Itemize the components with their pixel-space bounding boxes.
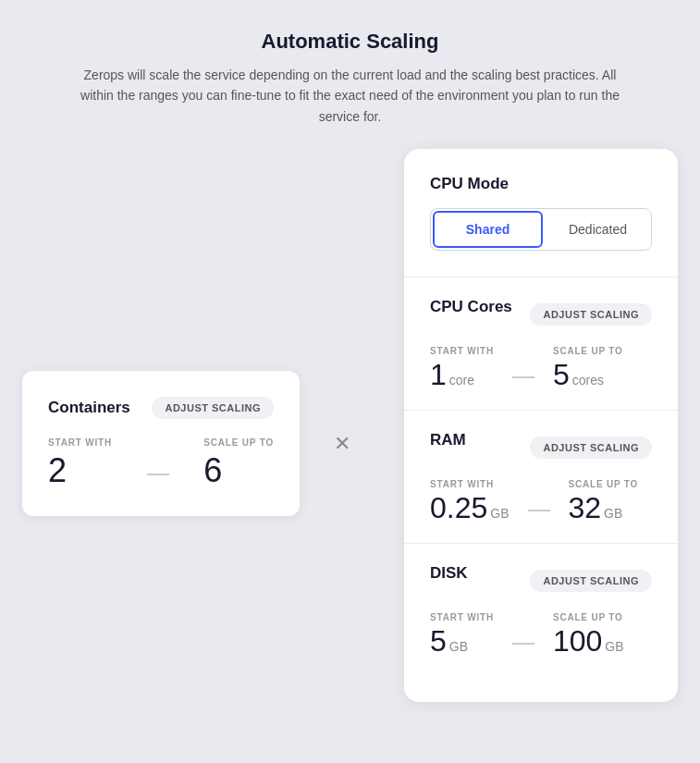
cpu-mode-title: CPU Mode [430, 175, 652, 193]
containers-start-group: START WITH 2 [48, 437, 112, 490]
cpu-cores-scale-group: SCALE UP TO 5cores [553, 346, 623, 389]
disk-title: DISK [430, 564, 468, 583]
ram-header: RAM ADJUST SCALING [430, 431, 652, 464]
containers-start-label: START WITH [48, 437, 112, 448]
containers-divider [147, 474, 169, 475]
disk-adjust-button[interactable]: ADJUST SCALING [530, 570, 652, 592]
cpu-cores-scale-value: 5cores [553, 360, 623, 389]
right-panel: CPU Mode Shared Dedicated CPU Cores ADJU… [404, 149, 678, 702]
containers-scale-row: START WITH 2 SCALE UP TO 6 [48, 437, 274, 490]
page-description: Zerops will scale the service depending … [74, 65, 626, 127]
cpu-cores-title: CPU Cores [430, 298, 512, 316]
disk-start-group: START WITH 5GB [430, 612, 494, 656]
ram-start-label: START WITH [430, 479, 510, 489]
ram-title: RAM [430, 431, 466, 449]
disk-scale-group: SCALE UP TO 100GB [553, 612, 624, 656]
main-layout: Containers ADJUST SCALING START WITH 2 S… [0, 149, 700, 702]
containers-scale-value: 6 [203, 451, 274, 490]
containers-card: Containers ADJUST SCALING START WITH 2 S… [22, 371, 300, 516]
ram-scale-label: SCALE UP TO [569, 479, 639, 489]
page-title: Automatic Scaling [74, 30, 626, 54]
ram-start-value: 0.25GB [430, 493, 510, 523]
disk-values: START WITH 5GB SCALE UP TO 100GB [430, 612, 652, 656]
containers-scale-label: SCALE UP TO [203, 437, 274, 448]
left-panel: Containers ADJUST SCALING START WITH 2 S… [22, 149, 404, 702]
cpu-cores-section: CPU Cores ADJUST SCALING START WITH 1cor… [430, 277, 652, 410]
header-section: Automatic Scaling Zerops will scale the … [0, 0, 700, 149]
containers-start-value: 2 [48, 451, 112, 490]
disk-scale-value: 100GB [553, 626, 624, 656]
ram-scale-value: 32GB [569, 493, 639, 523]
disk-values-divider [512, 643, 534, 645]
disk-scale-label: SCALE UP TO [553, 612, 624, 622]
cpu-cores-start-value: 1core [430, 360, 494, 389]
ram-start-unit: GB [490, 506, 509, 521]
cpu-cores-values: START WITH 1core SCALE UP TO 5cores [430, 346, 652, 389]
ram-values-divider [528, 510, 550, 511]
cpu-cores-adjust-button[interactable]: ADJUST SCALING [530, 303, 652, 326]
disk-scale-unit: GB [605, 639, 623, 654]
disk-start-label: START WITH [430, 612, 494, 622]
ram-section: RAM ADJUST SCALING START WITH 0.25GB SCA… [430, 411, 652, 543]
containers-scale-group: SCALE UP TO 6 [203, 437, 274, 490]
ram-adjust-button[interactable]: ADJUST SCALING [530, 437, 652, 459]
containers-adjust-scaling-button[interactable]: ADJUST SCALING [152, 397, 274, 419]
disk-section: DISK ADJUST SCALING START WITH 5GB SCALE… [430, 544, 652, 676]
ram-scale-unit: GB [604, 506, 622, 521]
containers-title: Containers [48, 399, 130, 417]
ram-start-group: START WITH 0.25GB [430, 479, 510, 523]
close-button[interactable]: ✕ [334, 432, 350, 456]
shared-button[interactable]: Shared [433, 211, 543, 248]
cpu-cores-scale-unit: cores [572, 373, 604, 388]
cpu-cores-start-label: START WITH [430, 346, 494, 356]
disk-start-value: 5GB [430, 626, 494, 656]
cpu-mode-toggle: Shared Dedicated [430, 208, 652, 251]
ram-scale-group: SCALE UP TO 32GB [569, 479, 639, 523]
cpu-cores-values-divider [512, 376, 534, 378]
cpu-mode-section: CPU Mode Shared Dedicated [430, 175, 652, 251]
cpu-cores-header: CPU Cores ADJUST SCALING [430, 298, 652, 331]
page-container: Automatic Scaling Zerops will scale the … [0, 0, 700, 763]
containers-card-header: Containers ADJUST SCALING [48, 397, 274, 419]
dedicated-button[interactable]: Dedicated [545, 209, 651, 250]
cpu-cores-start-group: START WITH 1core [430, 346, 494, 389]
disk-header: DISK ADJUST SCALING [430, 564, 652, 597]
cpu-cores-start-unit: core [449, 373, 474, 388]
ram-values: START WITH 0.25GB SCALE UP TO 32GB [430, 479, 652, 523]
cpu-cores-scale-label: SCALE UP TO [553, 346, 623, 356]
disk-start-unit: GB [449, 639, 468, 654]
